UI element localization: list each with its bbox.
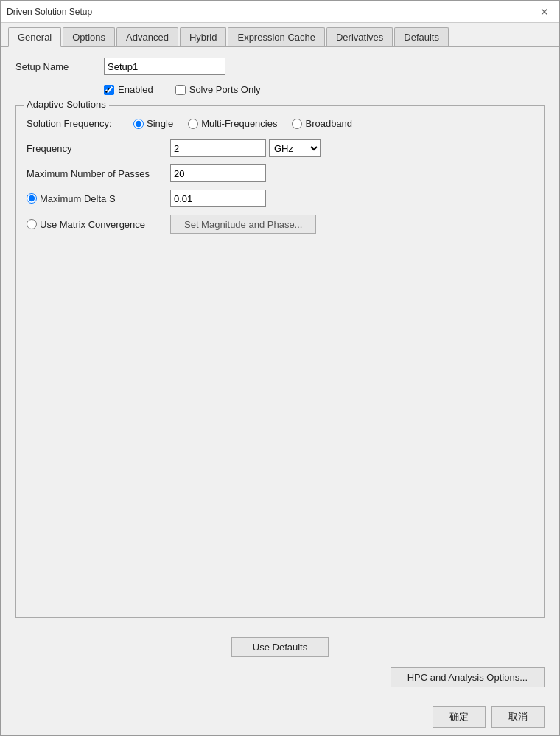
radio-multi-text: Multi-Frequencies (201, 118, 277, 129)
setup-name-input[interactable] (104, 58, 225, 75)
cancel-button[interactable]: 取消 (491, 706, 545, 728)
adaptive-solutions-legend: Adaptive Solutions (24, 99, 109, 110)
radio-multi-label[interactable]: Multi-Frequencies (188, 118, 277, 129)
radio-broadband[interactable] (292, 119, 302, 129)
radio-matrix-convergence[interactable] (27, 219, 37, 229)
radio-single[interactable] (133, 119, 144, 129)
use-defaults-button[interactable]: Use Defaults (231, 637, 329, 657)
matrix-radio-label[interactable]: Use Matrix Convergence (27, 219, 170, 230)
tab-advanced[interactable]: Advanced (116, 27, 178, 46)
tab-bar: General Options Advanced Hybrid Expressi… (1, 23, 559, 47)
tab-expression-cache[interactable]: Expression Cache (228, 27, 325, 46)
matrix-convergence-label: Use Matrix Convergence (40, 219, 145, 230)
checkbox-row: Enabled Solve Ports Only (104, 84, 545, 95)
footer-bar: 确定 取消 (1, 698, 559, 735)
hpc-options-button[interactable]: HPC and Analysis Options... (391, 667, 545, 687)
max-delta-s-input[interactable] (170, 190, 266, 207)
matrix-convergence-row: Use Matrix Convergence Set Magnitude and… (27, 215, 533, 234)
max-passes-row: Maximum Number of Passes (27, 164, 533, 182)
frequency-unit-select[interactable]: GHz MHz THz (269, 139, 321, 157)
title-bar: Driven Solution Setup ✕ (1, 1, 559, 23)
adaptive-solutions-group: Adaptive Solutions Solution Frequency: S… (15, 105, 545, 618)
ok-button[interactable]: 确定 (433, 706, 486, 728)
solution-freq-radio-group: Single Multi-Frequencies Broadband (133, 118, 352, 129)
max-delta-s-radio-label[interactable]: Maximum Delta S (27, 193, 170, 204)
tab-options[interactable]: Options (63, 27, 115, 46)
frequency-input[interactable] (170, 139, 266, 157)
frequency-row: Frequency GHz MHz THz (27, 139, 533, 157)
tab-derivatives[interactable]: Derivatives (326, 27, 393, 46)
tab-defaults[interactable]: Defaults (394, 27, 449, 46)
bottom-buttons: Use Defaults HPC and Analysis Options... (15, 637, 545, 687)
enabled-checkbox[interactable] (104, 85, 114, 95)
enabled-checkbox-label[interactable]: Enabled (104, 84, 153, 95)
window-title: Driven Solution Setup (7, 7, 92, 17)
max-passes-label: Maximum Number of Passes (27, 168, 170, 179)
solve-ports-only-checkbox[interactable] (175, 85, 186, 95)
max-passes-input[interactable] (170, 164, 266, 182)
main-window: Driven Solution Setup ✕ General Options … (0, 0, 560, 736)
setup-name-label: Setup Name (15, 61, 104, 72)
solve-ports-only-label[interactable]: Solve Ports Only (175, 84, 261, 95)
tab-general[interactable]: General (8, 27, 61, 47)
solution-freq-label: Solution Frequency: (27, 118, 133, 129)
radio-single-label[interactable]: Single (133, 118, 173, 129)
set-magnitude-button[interactable]: Set Magnitude and Phase... (170, 215, 316, 234)
max-delta-s-label: Maximum Delta S (40, 193, 116, 204)
radio-broadband-text: Broadband (305, 118, 352, 129)
radio-max-delta-s[interactable] (27, 193, 37, 204)
tab-hybrid[interactable]: Hybrid (180, 27, 227, 46)
radio-broadband-label[interactable]: Broadband (292, 118, 352, 129)
frequency-label: Frequency (27, 143, 170, 154)
close-button[interactable]: ✕ (536, 4, 553, 19)
enabled-label: Enabled (118, 84, 153, 95)
content-area: Setup Name Enabled Solve Ports Only Adap… (1, 47, 559, 698)
solve-ports-only-text: Solve Ports Only (189, 84, 261, 95)
solution-frequency-row: Solution Frequency: Single Multi-Frequen… (27, 118, 533, 129)
radio-multi[interactable] (188, 119, 198, 129)
max-delta-s-row: Maximum Delta S (27, 190, 533, 207)
setup-name-row: Setup Name (15, 58, 545, 75)
radio-single-text: Single (147, 118, 173, 129)
